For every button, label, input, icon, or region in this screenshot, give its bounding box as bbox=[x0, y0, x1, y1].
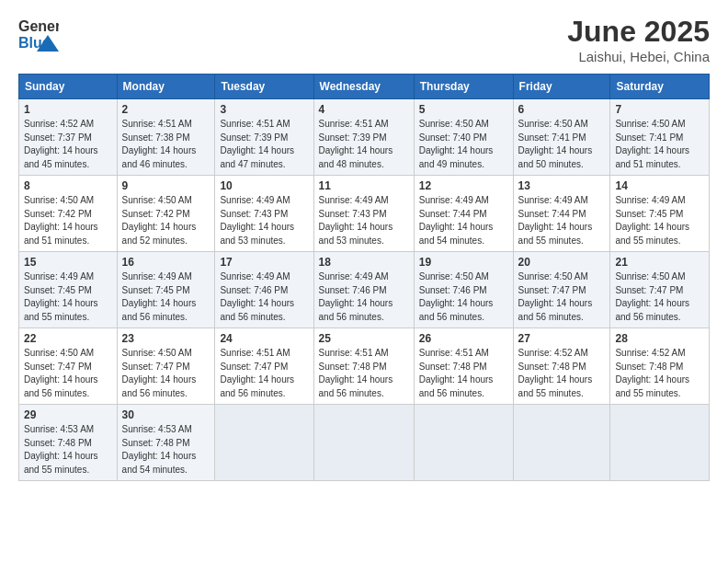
calendar-week-4: 22Sunrise: 4:50 AMSunset: 7:47 PMDayligh… bbox=[19, 328, 710, 405]
day-info: Sunrise: 4:50 AMSunset: 7:41 PMDaylight:… bbox=[615, 119, 689, 169]
day-number: 6 bbox=[518, 103, 606, 116]
day-number: 15 bbox=[24, 256, 112, 269]
calendar-cell: 17Sunrise: 4:49 AMSunset: 7:46 PMDayligh… bbox=[215, 252, 313, 328]
calendar-cell: 11Sunrise: 4:49 AMSunset: 7:43 PMDayligh… bbox=[313, 176, 414, 252]
day-info: Sunrise: 4:52 AMSunset: 7:48 PMDaylight:… bbox=[518, 348, 593, 398]
calendar-cell: 13Sunrise: 4:49 AMSunset: 7:44 PMDayligh… bbox=[513, 176, 610, 252]
calendar-cell: 22Sunrise: 4:50 AMSunset: 7:47 PMDayligh… bbox=[19, 328, 118, 405]
calendar-header-row: SundayMondayTuesdayWednesdayThursdayFrid… bbox=[19, 75, 710, 99]
calendar-body: 1Sunrise: 4:52 AMSunset: 7:37 PMDaylight… bbox=[19, 99, 710, 481]
day-number: 24 bbox=[220, 332, 308, 345]
day-number: 14 bbox=[615, 179, 704, 192]
day-info: Sunrise: 4:50 AMSunset: 7:42 PMDaylight:… bbox=[24, 195, 98, 246]
day-info: Sunrise: 4:52 AMSunset: 7:37 PMDaylight:… bbox=[24, 119, 98, 169]
day-number: 9 bbox=[122, 179, 210, 192]
day-header-friday: Friday bbox=[513, 75, 610, 99]
day-number: 18 bbox=[319, 256, 409, 269]
day-number: 29 bbox=[24, 408, 112, 421]
calendar-cell: 30Sunrise: 4:53 AMSunset: 7:48 PMDayligh… bbox=[117, 405, 215, 481]
logo: General Blue bbox=[18, 15, 59, 52]
calendar-cell: 4Sunrise: 4:51 AMSunset: 7:39 PMDaylight… bbox=[313, 99, 414, 176]
day-info: Sunrise: 4:51 AMSunset: 7:47 PMDaylight:… bbox=[220, 348, 294, 398]
calendar-cell: 18Sunrise: 4:49 AMSunset: 7:46 PMDayligh… bbox=[313, 252, 414, 328]
day-info: Sunrise: 4:49 AMSunset: 7:45 PMDaylight:… bbox=[122, 271, 197, 322]
day-number: 17 bbox=[220, 256, 308, 269]
day-number: 30 bbox=[122, 408, 210, 421]
calendar-cell: 8Sunrise: 4:50 AMSunset: 7:42 PMDaylight… bbox=[19, 176, 118, 252]
day-number: 22 bbox=[24, 332, 112, 345]
day-number: 16 bbox=[122, 256, 210, 269]
day-info: Sunrise: 4:51 AMSunset: 7:38 PMDaylight:… bbox=[122, 119, 197, 169]
calendar-cell: 27Sunrise: 4:52 AMSunset: 7:48 PMDayligh… bbox=[513, 328, 610, 405]
day-info: Sunrise: 4:50 AMSunset: 7:42 PMDaylight:… bbox=[122, 195, 197, 246]
calendar-cell: 29Sunrise: 4:53 AMSunset: 7:48 PMDayligh… bbox=[19, 405, 118, 481]
calendar-cell: 14Sunrise: 4:49 AMSunset: 7:45 PMDayligh… bbox=[610, 176, 710, 252]
day-info: Sunrise: 4:50 AMSunset: 7:46 PMDaylight:… bbox=[419, 271, 494, 322]
day-number: 5 bbox=[419, 103, 508, 116]
day-info: Sunrise: 4:51 AMSunset: 7:48 PMDaylight:… bbox=[419, 348, 494, 398]
day-number: 12 bbox=[419, 179, 508, 192]
calendar-week-3: 15Sunrise: 4:49 AMSunset: 7:45 PMDayligh… bbox=[19, 252, 710, 328]
day-info: Sunrise: 4:51 AMSunset: 7:48 PMDaylight:… bbox=[319, 348, 393, 398]
day-number: 7 bbox=[615, 103, 704, 116]
day-number: 27 bbox=[518, 332, 606, 345]
day-number: 13 bbox=[518, 179, 606, 192]
calendar-cell: 3Sunrise: 4:51 AMSunset: 7:39 PMDaylight… bbox=[215, 99, 313, 176]
calendar-location: Laishui, Hebei, China bbox=[567, 49, 710, 64]
day-info: Sunrise: 4:49 AMSunset: 7:44 PMDaylight:… bbox=[419, 195, 494, 246]
calendar-cell: 6Sunrise: 4:50 AMSunset: 7:41 PMDaylight… bbox=[513, 99, 610, 176]
calendar-cell bbox=[610, 405, 710, 481]
calendar-cell: 20Sunrise: 4:50 AMSunset: 7:47 PMDayligh… bbox=[513, 252, 610, 328]
day-info: Sunrise: 4:49 AMSunset: 7:45 PMDaylight:… bbox=[615, 195, 689, 246]
calendar-week-2: 8Sunrise: 4:50 AMSunset: 7:42 PMDaylight… bbox=[19, 176, 710, 252]
day-header-tuesday: Tuesday bbox=[215, 75, 313, 99]
calendar-cell: 15Sunrise: 4:49 AMSunset: 7:45 PMDayligh… bbox=[19, 252, 118, 328]
calendar-cell: 9Sunrise: 4:50 AMSunset: 7:42 PMDaylight… bbox=[117, 176, 215, 252]
calendar-cell: 12Sunrise: 4:49 AMSunset: 7:44 PMDayligh… bbox=[414, 176, 513, 252]
calendar-cell: 1Sunrise: 4:52 AMSunset: 7:37 PMDaylight… bbox=[19, 99, 118, 176]
header: General Blue June 2025 Laishui, Hebei, C… bbox=[18, 15, 710, 64]
day-info: Sunrise: 4:49 AMSunset: 7:45 PMDaylight:… bbox=[24, 271, 98, 322]
calendar-cell bbox=[313, 405, 414, 481]
day-number: 1 bbox=[24, 103, 112, 116]
day-info: Sunrise: 4:50 AMSunset: 7:47 PMDaylight:… bbox=[24, 348, 98, 398]
day-number: 8 bbox=[24, 179, 112, 192]
day-info: Sunrise: 4:53 AMSunset: 7:48 PMDaylight:… bbox=[122, 424, 197, 475]
day-info: Sunrise: 4:50 AMSunset: 7:47 PMDaylight:… bbox=[518, 271, 593, 322]
day-info: Sunrise: 4:49 AMSunset: 7:46 PMDaylight:… bbox=[220, 271, 294, 322]
day-number: 11 bbox=[319, 179, 409, 192]
calendar-cell: 16Sunrise: 4:49 AMSunset: 7:45 PMDayligh… bbox=[117, 252, 215, 328]
calendar-cell: 10Sunrise: 4:49 AMSunset: 7:43 PMDayligh… bbox=[215, 176, 313, 252]
day-number: 3 bbox=[220, 103, 308, 116]
day-header-thursday: Thursday bbox=[414, 75, 513, 99]
day-number: 19 bbox=[419, 256, 508, 269]
day-info: Sunrise: 4:49 AMSunset: 7:46 PMDaylight:… bbox=[319, 271, 393, 322]
day-number: 28 bbox=[615, 332, 704, 345]
day-number: 21 bbox=[615, 256, 704, 269]
day-info: Sunrise: 4:50 AMSunset: 7:41 PMDaylight:… bbox=[518, 119, 593, 169]
day-number: 26 bbox=[419, 332, 508, 345]
calendar-cell: 5Sunrise: 4:50 AMSunset: 7:40 PMDaylight… bbox=[414, 99, 513, 176]
day-info: Sunrise: 4:49 AMSunset: 7:43 PMDaylight:… bbox=[220, 195, 294, 246]
day-number: 23 bbox=[122, 332, 210, 345]
calendar-cell: 2Sunrise: 4:51 AMSunset: 7:38 PMDaylight… bbox=[117, 99, 215, 176]
calendar-cell bbox=[215, 405, 313, 481]
day-number: 4 bbox=[319, 103, 409, 116]
day-info: Sunrise: 4:50 AMSunset: 7:40 PMDaylight:… bbox=[419, 119, 494, 169]
calendar-cell: 7Sunrise: 4:50 AMSunset: 7:41 PMDaylight… bbox=[610, 99, 710, 176]
calendar-week-5: 29Sunrise: 4:53 AMSunset: 7:48 PMDayligh… bbox=[19, 405, 710, 481]
calendar-cell: 24Sunrise: 4:51 AMSunset: 7:47 PMDayligh… bbox=[215, 328, 313, 405]
calendar-cell: 28Sunrise: 4:52 AMSunset: 7:48 PMDayligh… bbox=[610, 328, 710, 405]
calendar-table: SundayMondayTuesdayWednesdayThursdayFrid… bbox=[18, 74, 710, 481]
calendar-title: June 2025 bbox=[567, 15, 710, 49]
title-block: June 2025 Laishui, Hebei, China bbox=[567, 15, 710, 64]
calendar-cell: 21Sunrise: 4:50 AMSunset: 7:47 PMDayligh… bbox=[610, 252, 710, 328]
day-header-saturday: Saturday bbox=[610, 75, 710, 99]
calendar-cell: 19Sunrise: 4:50 AMSunset: 7:46 PMDayligh… bbox=[414, 252, 513, 328]
day-info: Sunrise: 4:50 AMSunset: 7:47 PMDaylight:… bbox=[615, 271, 689, 322]
page: General Blue June 2025 Laishui, Hebei, C… bbox=[0, 0, 728, 563]
day-info: Sunrise: 4:49 AMSunset: 7:43 PMDaylight:… bbox=[319, 195, 393, 246]
day-header-wednesday: Wednesday bbox=[313, 75, 414, 99]
calendar-cell: 25Sunrise: 4:51 AMSunset: 7:48 PMDayligh… bbox=[313, 328, 414, 405]
day-number: 10 bbox=[220, 179, 308, 192]
